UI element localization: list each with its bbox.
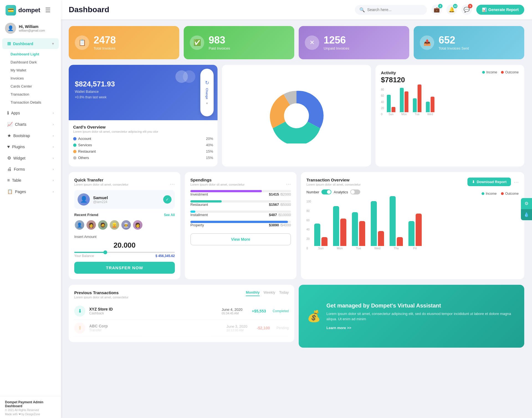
pt-row-amount: +$5,553: [252, 309, 266, 313]
wallet-card: ↻ Change ▾ $824,571.93 Wallet Balance +0…: [69, 65, 218, 120]
chevron-right-icon: ›: [53, 190, 54, 194]
friend-avatar-1[interactable]: 👤: [74, 220, 85, 230]
view-more-button[interactable]: View More: [190, 233, 291, 245]
pages-icon: 📋: [7, 189, 13, 194]
pie-chart: [269, 88, 324, 143]
bar-income-tue: [413, 98, 417, 112]
amount-slider[interactable]: [74, 252, 175, 253]
sidebar-sub-dashboard-light[interactable]: Dashboard Light: [0, 50, 61, 58]
dashboard-submenu: Dashboard Light Dashboard Dark My Wallet…: [0, 50, 61, 107]
transfer-now-button[interactable]: TRANSFER NOW: [74, 262, 175, 274]
stat-card-unpaid: ✕ 1256 Unpaid Invoices: [299, 26, 409, 59]
to-bar-income-tue: [352, 212, 358, 246]
sidebar-item-plugins[interactable]: ♥ Plugins ›: [2, 142, 59, 152]
to-bar-income-fri: [408, 221, 415, 246]
sidebar-sub-transaction[interactable]: Transaction: [0, 90, 61, 98]
generate-icon: 📊: [482, 7, 487, 12]
sidebar: 💳 dompet ☰ 👤 Hi, William william@gmail.c…: [0, 0, 61, 418]
sidebar-item-label: Widget: [13, 156, 25, 160]
dashboard-icon: ⊞: [7, 41, 11, 46]
spend-item-investment: Investment $1415 /$2000: [190, 190, 291, 196]
refresh-icon: ↻: [205, 80, 209, 86]
friend-avatar-3[interactable]: 🧔: [98, 220, 108, 230]
sidebar-item-charts[interactable]: 📈 Charts ›: [2, 119, 59, 130]
wallet-icon-btn[interactable]: 💼 2: [431, 4, 442, 15]
transfer-user-card: 👤 Samuel @iam224 ✓: [74, 190, 175, 209]
hamburger-button[interactable]: ☰: [42, 7, 51, 14]
to-bar-outcome-thu: [397, 237, 403, 246]
chevron-right-icon: ›: [53, 111, 54, 115]
to-bar-outcome-fri: [416, 214, 422, 246]
pt-row-name-2: ABC Corp: [89, 324, 108, 328]
outcome-legend-dot: [501, 71, 504, 74]
sidebar-item-label: Pages: [15, 189, 26, 194]
stat-number-paid: 983: [209, 35, 230, 45]
stat-icon-unpaid: ✕: [305, 35, 319, 50]
to-menu-button[interactable]: ⋯: [514, 179, 519, 185]
settings-fixed-button[interactable]: ⚙: [521, 198, 532, 209]
tab-today[interactable]: Today: [279, 290, 289, 296]
logo-area: 💳 dompet ☰: [0, 0, 61, 19]
sidebar-item-bootstrap[interactable]: ★ Bootstrap ›: [2, 130, 59, 141]
mid-row: ↻ Change ▾ $824,571.93 Wallet Balance +0…: [69, 65, 524, 166]
sidebar-sub-transaction-details[interactable]: Transaction Details: [0, 98, 61, 106]
drop-fixed-button[interactable]: 💧: [521, 209, 532, 220]
recent-friend-header: Recent Friend See All: [74, 213, 175, 217]
friend-avatar-2[interactable]: 👩: [86, 220, 96, 230]
download-report-button[interactable]: ⬇ Download Report: [467, 178, 511, 186]
spend-item-installment: Installment $487 /$10000: [190, 211, 291, 217]
sidebar-sub-invoices[interactable]: Invoices: [0, 74, 61, 82]
generate-label: Generate Report: [488, 7, 519, 12]
friend-avatar-6[interactable]: 👩: [132, 220, 143, 230]
chevron-right-icon: ›: [53, 178, 54, 182]
to-bar-income-sun: [314, 224, 320, 246]
pt-sub: Lorem ipsum dolor sit amet, consectetur: [74, 296, 129, 299]
spendings-menu-button[interactable]: ⋯: [286, 181, 291, 187]
tab-monthly[interactable]: Monthly: [246, 290, 260, 296]
chart-icon: 📈: [7, 122, 13, 127]
spend-item-restaurant: Restaurant $1567 /$5000: [190, 200, 291, 207]
main-area: Dashboard 🔍 💼 2 🔔 12 💬 5 📊 Generate Repo…: [61, 0, 532, 418]
user-email: william@gmail.com: [19, 29, 45, 32]
number-toggle[interactable]: [321, 189, 331, 194]
friend-avatar-5[interactable]: 👳: [121, 220, 131, 230]
bell-icon-btn[interactable]: 🔔 12: [446, 4, 457, 15]
recent-friend-title: Recent Friend: [74, 213, 98, 217]
sidebar-sub-dashboard-dark[interactable]: Dashboard Dark: [0, 58, 61, 66]
dot-services: [73, 143, 76, 147]
sidebar-item-apps[interactable]: ℹ Apps ›: [2, 107, 59, 118]
activity-amount: $78120: [381, 76, 405, 84]
to-chart: 0 20 40 60 80 100: [306, 200, 519, 250]
sidebar-item-widget[interactable]: ⚙ Widget ›: [2, 153, 59, 163]
generate-report-button[interactable]: 📊 Generate Report: [476, 5, 524, 15]
pt-row-type-2: Transfer: [89, 328, 108, 332]
heart-icon: ♥: [7, 144, 10, 149]
to-bar-outcome-sun: [321, 237, 328, 246]
sidebar-item-forms[interactable]: 🖨 Forms ›: [2, 164, 59, 175]
sidebar-item-pages[interactable]: 📋 Pages ›: [2, 186, 59, 197]
info-icon: ℹ: [7, 110, 9, 116]
search-input[interactable]: [367, 7, 417, 12]
sidebar-item-dashboard[interactable]: ⊞ Dashboard ▾: [2, 38, 59, 49]
stat-icon-total: 📋: [75, 35, 89, 50]
dot-restaurant: [73, 150, 76, 153]
wallet-overview-panel: ↻ Change ▾ $824,571.93 Wallet Balance +0…: [69, 65, 218, 166]
va-text: Lorem ipsum dolor sit amet, consectetur …: [326, 311, 516, 322]
quick-transfer-menu-button[interactable]: ⋯: [170, 181, 175, 187]
sidebar-sub-my-wallet[interactable]: My Wallet: [0, 66, 61, 74]
to-title: Transaction Overview: [306, 178, 361, 182]
quick-transfer-title: Quick Transfer: [74, 178, 129, 182]
analytics-toggle[interactable]: [350, 189, 360, 194]
stat-label-sent: Total Invoices Sent: [439, 46, 469, 50]
chat-icon-btn[interactable]: 💬 5: [461, 4, 472, 15]
sidebar-sub-cards-center[interactable]: Cards Center: [0, 82, 61, 90]
see-all-button[interactable]: See All: [164, 213, 175, 217]
svg-point-0: [284, 103, 309, 128]
sidebar-item-table[interactable]: ≡ Table ›: [2, 175, 59, 186]
bell-badge: 12: [453, 4, 457, 8]
va-learn-more-link[interactable]: Learn more >>: [326, 326, 351, 330]
tab-weekly[interactable]: Weekly: [264, 290, 275, 296]
number-label: Number: [306, 190, 319, 194]
pt-row-name: XYZ Store ID: [89, 307, 113, 311]
friend-avatar-4[interactable]: 👱: [109, 220, 120, 230]
